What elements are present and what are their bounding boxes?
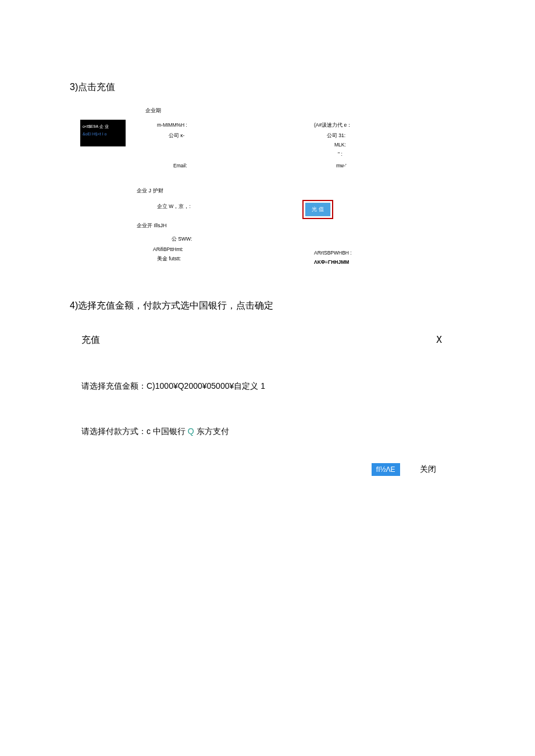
payment-options-line[interactable]: 请选择付款方式：c 中国银行 Q 东方支付 xyxy=(81,427,442,437)
sidebar-nav[interactable]: o<t$E9A 企 业 &oEl H§<t I o xyxy=(80,120,126,146)
field-label-email: Email: xyxy=(173,163,187,169)
field-label: " : xyxy=(338,151,343,157)
step-3-heading: 3)点击充值 xyxy=(70,81,115,94)
section-enterprise-info: 企业期 xyxy=(145,107,161,114)
field-label: 企立 W，京，: xyxy=(157,203,191,210)
field-label: 美金 futstt: xyxy=(157,256,181,263)
modal-footer: fI½ΛE 关闭 xyxy=(372,463,436,476)
field-label: MLK: xyxy=(334,142,346,148)
field-label: 公司 31: xyxy=(327,132,345,139)
close-icon[interactable]: X xyxy=(436,334,442,345)
payment-prefix: 请选择付款方式：c 中国银行 xyxy=(81,427,186,436)
recharge-modal: 充值 X 请选择充值金额：C)1000¥Q2000¥05000¥自定义 1 请选… xyxy=(81,334,442,437)
field-label: ARifiBPttHmt: xyxy=(153,246,183,252)
sidebar-line-2: &oEl H§<t I o xyxy=(83,131,123,138)
field-label: 公 SWW: xyxy=(172,236,192,243)
field-label: m-MIMM%H : xyxy=(157,122,187,128)
confirm-button[interactable]: fI½ΛE xyxy=(372,463,400,476)
field-value: ΛKФ≡ΓHHJMM xyxy=(314,259,349,265)
field-label: 公司 κ- xyxy=(169,132,184,139)
step-4-heading: 4)选择充值金额，付款方式选中国银行，点击确定 xyxy=(70,300,273,312)
payment-q-marker: Q xyxy=(188,427,194,436)
sidebar-line-1: o<t$E9A 企 业 xyxy=(83,123,123,131)
section-enterprise-finance: 企业 J 护财 xyxy=(137,187,163,195)
section-enterprise-invoice: 企业开 IllsJH xyxy=(137,222,167,230)
close-button[interactable]: 关闭 xyxy=(420,464,436,475)
field-label: mw-' xyxy=(336,163,347,169)
recharge-button[interactable]: 光 值 xyxy=(305,203,330,216)
modal-title: 充值 xyxy=(81,334,100,346)
amount-options-line[interactable]: 请选择充值金额：C)1000¥Q2000¥05000¥自定义 1 xyxy=(81,381,442,392)
field-label: ARrtSBPWHBH : xyxy=(314,250,352,256)
payment-suffix: 东方支付 xyxy=(194,427,229,436)
field-label: (A#汲速力代 e： xyxy=(314,122,352,129)
recharge-button-highlight: 光 值 xyxy=(302,200,333,219)
